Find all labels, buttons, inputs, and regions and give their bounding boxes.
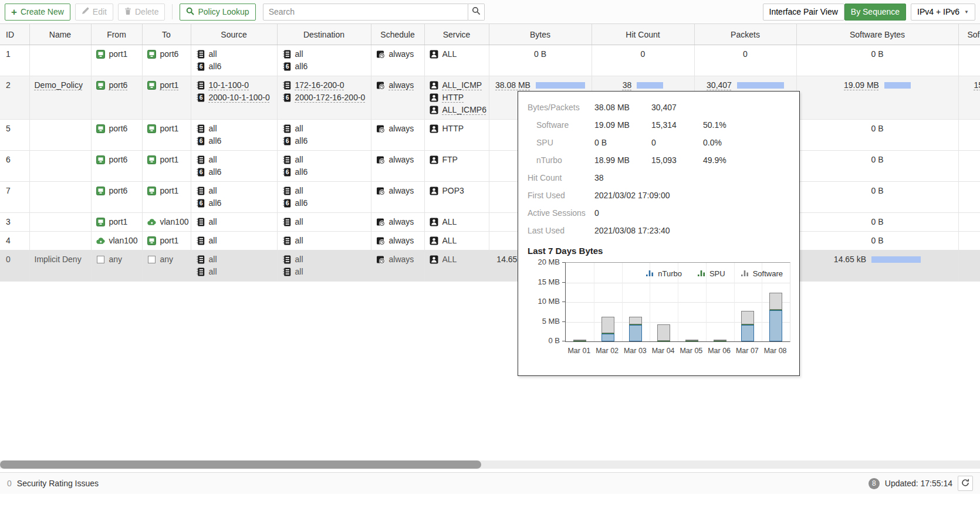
- schedule-label[interactable]: always: [389, 185, 414, 197]
- by-sequence-button[interactable]: By Sequence: [844, 4, 906, 21]
- address-label[interactable]: all6: [295, 135, 308, 147]
- interface-label[interactable]: port1: [160, 154, 179, 166]
- address-label[interactable]: 172-16-200-0: [295, 79, 344, 92]
- schedule-label[interactable]: always: [389, 79, 414, 92]
- interface-label[interactable]: port6: [109, 154, 128, 166]
- column-header-hit-count[interactable]: Hit Count: [592, 24, 694, 45]
- interface-label[interactable]: port1: [109, 48, 128, 60]
- interface-label[interactable]: vlan100: [109, 235, 138, 247]
- service-label[interactable]: ALL_ICMP6: [442, 104, 486, 116]
- interface-label[interactable]: port1: [160, 185, 179, 197]
- column-header-packets[interactable]: Packets: [694, 24, 796, 45]
- scrollbar-thumb[interactable]: [0, 460, 481, 469]
- policy-name[interactable]: Demo_Policy: [35, 80, 83, 90]
- interface-label[interactable]: port6: [109, 185, 128, 197]
- address-label[interactable]: all: [209, 235, 217, 247]
- interface-label[interactable]: port6: [160, 48, 179, 60]
- notification-badge[interactable]: 8: [869, 478, 880, 489]
- column-header-bytes[interactable]: Bytes: [489, 24, 592, 45]
- schedule-label[interactable]: always: [389, 123, 414, 135]
- policy-row-6[interactable]: 6port6port1all6all6all6all6alwaysFTP0 B: [0, 151, 980, 182]
- address-label[interactable]: all: [295, 185, 303, 197]
- interface-label[interactable]: any: [109, 253, 123, 266]
- policy-row-1[interactable]: 1port1port6all6all6all6all6alwaysALL0 B0…: [0, 45, 980, 76]
- address-label[interactable]: all6: [295, 197, 308, 209]
- horizontal-scrollbar[interactable]: [0, 460, 980, 469]
- column-header-schedule[interactable]: Schedule: [371, 24, 424, 45]
- address-label[interactable]: all6: [295, 60, 308, 73]
- column-header-to[interactable]: To: [142, 24, 191, 45]
- address-label[interactable]: all: [295, 253, 303, 266]
- address-label[interactable]: all: [295, 216, 303, 228]
- address-label[interactable]: all6: [209, 135, 222, 147]
- policy-row-0[interactable]: 0Implicit DenyanyanyallallallallalwaysAL…: [0, 250, 980, 282]
- address-label[interactable]: all6: [209, 60, 222, 73]
- policy-row-5[interactable]: 5port6port1all6all6all6all6alwaysHTTP0 B: [0, 120, 980, 151]
- service-label[interactable]: ALL_ICMP: [442, 79, 482, 92]
- address-label[interactable]: all6: [209, 197, 222, 209]
- legend-item-spu[interactable]: SPU: [698, 269, 725, 278]
- interface-label[interactable]: any: [160, 253, 174, 266]
- service-label[interactable]: ALL: [442, 216, 457, 228]
- column-header-from[interactable]: From: [91, 24, 142, 45]
- policy-row-4[interactable]: 4vlan100port1allallalwaysALL0 B: [0, 232, 980, 250]
- address-label[interactable]: all: [295, 154, 303, 166]
- delete-button[interactable]: Delete: [118, 4, 165, 21]
- search-input[interactable]: [263, 4, 468, 21]
- schedule-label[interactable]: always: [389, 253, 414, 266]
- address-label[interactable]: all: [209, 216, 217, 228]
- column-header-source[interactable]: Source: [191, 24, 277, 45]
- interface-label[interactable]: port1: [160, 123, 179, 135]
- address-label[interactable]: all6: [295, 166, 308, 178]
- address-label[interactable]: all: [295, 48, 303, 60]
- address-label[interactable]: 2000-10-1-100-0: [209, 92, 270, 104]
- service-label[interactable]: HTTP: [442, 92, 464, 104]
- interface-pair-view-button[interactable]: Interface Pair View: [763, 4, 844, 21]
- interface-label[interactable]: port6: [109, 123, 128, 135]
- address-label[interactable]: all: [295, 266, 303, 278]
- legend-item-software[interactable]: Software: [741, 269, 783, 278]
- address-label[interactable]: all: [209, 123, 217, 135]
- schedule-label[interactable]: always: [389, 154, 414, 166]
- issues-label[interactable]: Security Rating Issues: [17, 479, 99, 488]
- column-header-destination[interactable]: Destination: [277, 24, 371, 45]
- edit-button[interactable]: Edit: [75, 4, 113, 21]
- policy-lookup-button[interactable]: Policy Lookup: [180, 4, 255, 21]
- column-header-software-packets[interactable]: Software Packets: [958, 24, 980, 45]
- service-label[interactable]: HTTP: [442, 123, 464, 135]
- refresh-button[interactable]: [958, 476, 973, 491]
- service-label[interactable]: ALL: [442, 48, 457, 60]
- create-new-button[interactable]: + Create New: [5, 4, 70, 21]
- column-header-software-bytes[interactable]: Software Bytes: [796, 24, 958, 45]
- interface-label[interactable]: port1: [160, 235, 179, 247]
- service-label[interactable]: POP3: [442, 185, 464, 197]
- interface-label[interactable]: port1: [160, 79, 179, 92]
- legend-item-nturbo[interactable]: nTurbo: [646, 269, 682, 278]
- column-header-name[interactable]: Name: [29, 24, 91, 45]
- interface-label[interactable]: port1: [109, 216, 128, 228]
- policy-row-7[interactable]: 7port6port1all6all6all6all6alwaysPOP30 B: [0, 182, 980, 213]
- schedule-label[interactable]: always: [389, 216, 414, 228]
- service-label[interactable]: FTP: [442, 154, 458, 166]
- address-label[interactable]: 10-1-100-0: [209, 79, 249, 92]
- address-label[interactable]: all: [295, 123, 303, 135]
- address-label[interactable]: all: [209, 185, 217, 197]
- address-label[interactable]: all6: [209, 166, 222, 178]
- service-label[interactable]: ALL: [442, 235, 457, 247]
- address-label[interactable]: all: [295, 235, 303, 247]
- address-label[interactable]: 2000-172-16-200-0: [295, 92, 366, 104]
- address-label[interactable]: all: [209, 266, 217, 278]
- policy-row-2[interactable]: 2Demo_Policyport6port110-1-100-062000-10…: [0, 76, 980, 120]
- service-label[interactable]: ALL: [442, 253, 457, 266]
- interface-label[interactable]: vlan100: [160, 216, 189, 228]
- column-header-service[interactable]: Service: [424, 24, 489, 45]
- search-submit-button[interactable]: [468, 4, 485, 21]
- ip-version-dropdown[interactable]: IPv4 + IPv6 ▼: [911, 4, 975, 21]
- address-label[interactable]: all: [209, 154, 217, 166]
- policy-row-3[interactable]: 3port1vlan100allallalwaysALL0 B: [0, 213, 980, 232]
- address-label[interactable]: all: [209, 48, 217, 60]
- schedule-label[interactable]: always: [389, 235, 414, 247]
- address-label[interactable]: all: [209, 253, 217, 266]
- interface-label[interactable]: port6: [109, 79, 128, 92]
- schedule-label[interactable]: always: [389, 48, 414, 60]
